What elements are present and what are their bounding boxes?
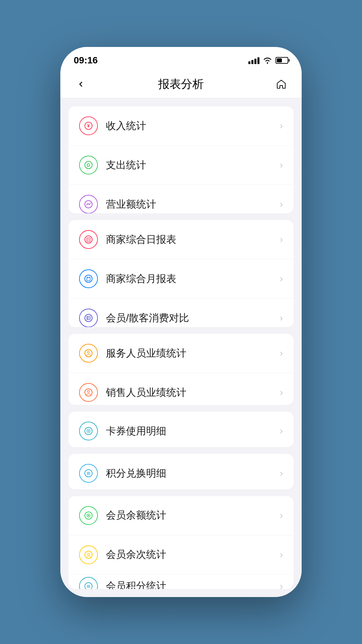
sales-staff-icon xyxy=(79,383,98,402)
card-group2: 商家综合日报表 › 商家综合月报表 › xyxy=(68,220,294,327)
svg-point-6 xyxy=(85,236,92,243)
sales-staff-arrow: › xyxy=(280,387,283,398)
menu-item-card-voucher[interactable]: 卡券使用明细 › xyxy=(68,412,294,447)
status-bar: 09:16 xyxy=(60,47,302,70)
daily-report-icon xyxy=(79,230,98,249)
svg-point-33 xyxy=(85,551,92,558)
svg-point-10 xyxy=(85,275,92,282)
menu-item-income[interactable]: ¥ 收入统计 › xyxy=(68,106,294,146)
svg-point-0 xyxy=(267,62,268,64)
card-group3: 服务人员业绩统计 › 销售人员业绩统计 › xyxy=(68,334,294,405)
home-button[interactable] xyxy=(273,76,290,93)
card-voucher-label: 卡券使用明细 xyxy=(106,424,280,438)
page-title: 报表分析 xyxy=(158,76,204,92)
expense-arrow: › xyxy=(280,160,283,170)
member-times-icon xyxy=(79,545,98,564)
card-group4: 卡券使用明细 › xyxy=(68,412,294,447)
service-staff-icon xyxy=(79,344,98,363)
income-label: 收入统计 xyxy=(106,119,280,133)
service-staff-arrow: › xyxy=(280,348,283,359)
card-voucher-arrow: › xyxy=(280,426,283,436)
svg-text:¥: ¥ xyxy=(87,123,90,128)
menu-item-member-balance[interactable]: 会员余额统计 › xyxy=(68,496,294,535)
menu-item-revenue[interactable]: 营业额统计 › xyxy=(68,185,294,213)
svg-rect-7 xyxy=(87,238,90,241)
svg-point-34 xyxy=(87,553,89,555)
svg-point-19 xyxy=(87,351,89,353)
card-group6: 会员余额统计 › 会员余次统计 › xyxy=(68,496,294,589)
menu-item-member-compare[interactable]: 会员/散客消费对比 › xyxy=(68,299,294,327)
phone-frame: 09:16 xyxy=(60,47,302,597)
member-balance-label: 会员余额统计 xyxy=(106,508,280,522)
menu-item-monthly-report[interactable]: 商家综合月报表 › xyxy=(68,259,294,299)
member-times-label: 会员余次统计 xyxy=(106,548,280,561)
member-times-arrow: › xyxy=(280,549,283,560)
svg-point-35 xyxy=(85,583,92,589)
member-compare-label: 会员/散客消费对比 xyxy=(106,311,280,325)
revenue-arrow: › xyxy=(280,199,283,210)
member-points-icon xyxy=(79,577,98,589)
daily-report-label: 商家综合日报表 xyxy=(106,233,280,247)
battery-icon xyxy=(276,57,288,64)
points-exchange-label: 积分兑换明细 xyxy=(106,467,280,480)
monthly-report-arrow: › xyxy=(280,273,283,284)
menu-item-points-exchange[interactable]: 积分兑换明细 › xyxy=(68,454,294,489)
member-balance-arrow: › xyxy=(280,510,283,521)
back-button[interactable] xyxy=(72,76,89,93)
menu-item-daily-report[interactable]: 商家综合日报表 › xyxy=(68,220,294,259)
status-time: 09:16 xyxy=(74,55,98,66)
status-icons xyxy=(248,57,288,64)
service-staff-label: 服务人员业绩统计 xyxy=(106,346,280,360)
menu-item-member-times[interactable]: 会员余次统计 › xyxy=(68,535,294,575)
income-arrow: › xyxy=(280,120,283,131)
revenue-icon xyxy=(79,195,98,213)
card-group5: 积分兑换明细 › xyxy=(68,454,294,489)
member-points-label: 会员积分统计 xyxy=(106,579,280,589)
income-icon: ¥ xyxy=(79,116,98,135)
wifi-icon xyxy=(263,57,272,64)
monthly-report-icon xyxy=(79,269,98,288)
revenue-label: 营业额统计 xyxy=(106,198,280,211)
member-compare-arrow: › xyxy=(280,313,283,323)
expense-icon: G xyxy=(79,156,98,174)
member-points-arrow: › xyxy=(280,581,283,589)
card-group1: ¥ 收入统计 › G 支出统计 › xyxy=(68,106,294,213)
points-exchange-arrow: › xyxy=(280,468,283,479)
member-compare-icon xyxy=(79,309,98,327)
svg-text:G: G xyxy=(87,162,90,168)
signal-icon xyxy=(248,57,259,64)
expense-label: 支出统计 xyxy=(106,158,280,172)
daily-report-arrow: › xyxy=(280,234,283,245)
menu-item-sales-staff[interactable]: 销售人员业绩统计 › xyxy=(68,373,294,405)
menu-item-service-staff[interactable]: 服务人员业绩统计 › xyxy=(68,334,294,373)
content-area: ¥ 收入统计 › G 支出统计 › xyxy=(60,98,302,597)
sales-staff-label: 销售人员业绩统计 xyxy=(106,386,280,399)
nav-bar: 报表分析 xyxy=(60,70,302,98)
svg-point-21 xyxy=(87,390,89,392)
menu-item-member-points[interactable]: 会员积分统计 › xyxy=(68,575,294,589)
menu-item-expense[interactable]: G 支出统计 › xyxy=(68,146,294,185)
card-voucher-icon xyxy=(79,422,98,440)
svg-point-24 xyxy=(88,430,89,432)
member-balance-icon xyxy=(79,506,98,525)
points-exchange-icon xyxy=(79,464,98,483)
monthly-report-label: 商家综合月报表 xyxy=(106,272,280,286)
